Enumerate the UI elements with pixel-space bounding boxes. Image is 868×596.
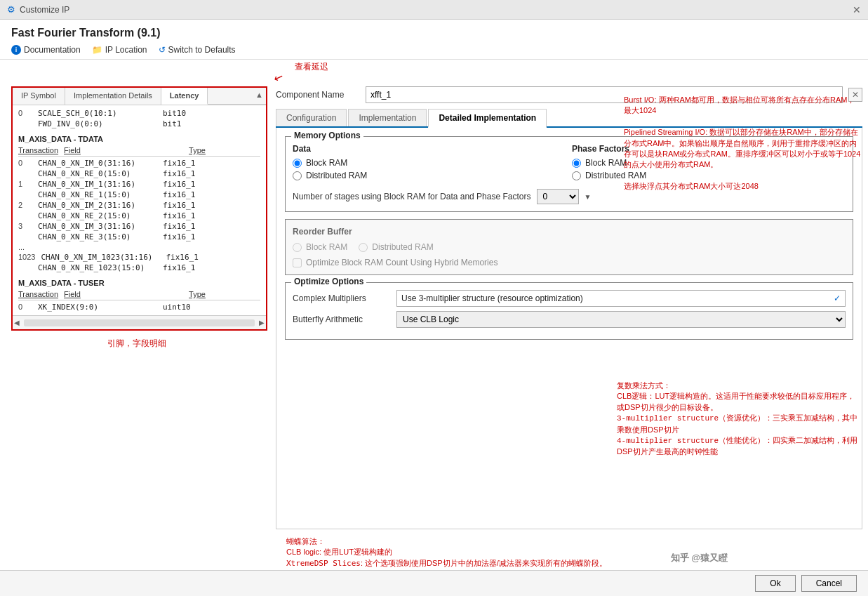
left-panel-tabs: IP Symbol Implementation Details Latency…: [13, 88, 266, 105]
phase-factors-header: Phase Factors: [572, 144, 846, 154]
stages-select[interactable]: 0123: [537, 189, 579, 204]
pin-details-annotation: 引脚，字段明细: [6, 338, 267, 350]
table-row: 0 SCALE_SCH_0(10:1) bit10: [18, 108, 260, 119]
table-row: CHAN_0_XN_RE_2(15:0)fix16_1: [18, 211, 260, 221]
scroll-left-arrow[interactable]: ◀: [13, 319, 21, 326]
tab-implementation-details[interactable]: Implementation Details: [65, 88, 161, 105]
reorder-optimize-checkbox: [293, 258, 302, 267]
section-header-tuser: M_AXIS_DATA - TUSER: [18, 279, 260, 287]
horizontal-scrollbar[interactable]: [24, 319, 255, 326]
right-tabs: Configuration Implementation Detailed Im…: [276, 109, 862, 128]
table-row: CHAN_0_XN_RE_0(15:0)fix16_1: [18, 168, 260, 179]
table-row: 0XK_INDEX(9:0)uint10: [18, 302, 260, 312]
table-row: CHAN_0_XN_RE_1(15:0)fix16_1: [18, 190, 260, 200]
complex-multipliers-display: Use 3-multiplier structure (resource opt…: [396, 290, 846, 307]
table-row: 3CHAN_0_XN_IM_3(31:16)fix16_1: [18, 221, 260, 232]
component-name-input[interactable]: [366, 86, 843, 103]
left-panel-content[interactable]: 0 SCALE_SCH_0(10:1) bit10 FWD_INV_0(0:0)…: [13, 105, 266, 315]
refresh-icon: ↺: [159, 45, 166, 55]
table-row: FWD_INV_0(0:0) bit1: [18, 119, 260, 129]
component-name-row: Component Name ✕: [276, 86, 862, 103]
optimize-options-title: Optimize Options: [291, 277, 366, 286]
title-bar-text: Customize IP: [20, 5, 69, 15]
right-panel: Component Name ✕ Configuration Implement…: [270, 81, 868, 535]
ok-button[interactable]: Ok: [755, 575, 795, 592]
col-headers-2: Transaction Field Type: [18, 290, 260, 300]
table-row: 1CHAN_0_XN_IM_1(31:16)fix16_1: [18, 179, 260, 190]
butterfly-arithmetic-label: Butterfly Arithmetic: [293, 314, 391, 324]
app-header: Fast Fourier Transform (9.1) i Documenta…: [0, 20, 868, 60]
reorder-distributed-ram-label: Distributed RAM: [372, 242, 433, 252]
phase-distributed-ram-row: Distributed RAM: [572, 171, 846, 180]
page-title: Fast Fourier Transform (9.1): [11, 27, 857, 39]
table-row: 0CHAN_0_XN_IM_0(31:16)fix16_1: [18, 158, 260, 168]
customize-ip-icon: ⚙: [7, 4, 15, 15]
reorder-optimize-row: Optimize Block RAM Count Using Hybrid Me…: [293, 258, 846, 267]
component-name-clear[interactable]: ✕: [848, 88, 862, 102]
complex-multipliers-label: Complex Multipliers: [293, 293, 391, 303]
table-row: ...: [18, 242, 260, 252]
butterfly-arithmetic-row: Butterfly Arithmetic Use CLB Logic Use X…: [293, 311, 846, 328]
data-distributed-ram-label: Distributed RAM: [306, 171, 367, 180]
table-row: 1023CHAN_0_XN_IM_1023(31:16)fix16_1: [18, 252, 260, 263]
data-block-ram-radio[interactable]: [293, 159, 302, 168]
table-row: CHAN_0_XN_RE_1023(15:0)fix16_1: [18, 263, 260, 273]
title-bar: ⚙ Customize IP ✕: [0, 0, 868, 20]
right-content: Memory Options Data Block RAM D: [276, 128, 862, 529]
scroll-right-arrow[interactable]: ▶: [258, 319, 266, 326]
stages-row: Number of stages using Block RAM for Dat…: [293, 189, 846, 204]
complex-multipliers-row: Complex Multipliers Use 3-multiplier str…: [293, 290, 846, 307]
ip-location-label: IP Location: [105, 45, 147, 55]
left-panel-scrollbar[interactable]: ◀ ▶: [13, 315, 266, 329]
stages-label: Number of stages using Block RAM for Dat…: [293, 192, 531, 201]
view-latency-annotation: 查看延迟: [295, 61, 328, 73]
phase-block-ram-radio[interactable]: [572, 159, 581, 168]
tab-ip-symbol[interactable]: IP Symbol: [13, 88, 65, 105]
memory-options-section: Memory Options Data Block RAM D: [285, 136, 853, 212]
table-row: 2CHAN_0_XN_IM_2(31:16)fix16_1: [18, 200, 260, 211]
ip-location-button[interactable]: 📁 IP Location: [92, 45, 147, 55]
data-distributed-ram-row: Distributed RAM: [293, 171, 566, 180]
data-distributed-ram-radio[interactable]: [293, 171, 302, 180]
butterfly-annotation: 蝴蝶算法： CLB logic: 使用LUT逻辑构建的 XtremeDSP Sl…: [281, 535, 868, 570]
memory-data-col: Data Block RAM Distributed RAM: [293, 144, 566, 183]
col-headers: Transaction Field Type: [18, 146, 260, 157]
left-panel: IP Symbol Implementation Details Latency…: [11, 86, 267, 331]
memory-options-grid: Data Block RAM Distributed RAM: [293, 144, 846, 183]
reorder-distributed-ram-row: Distributed RAM: [359, 242, 433, 252]
complex-multipliers-check: ✓: [834, 293, 841, 303]
reorder-block-ram-row: Block RAM: [293, 242, 347, 252]
tab-latency[interactable]: Latency: [161, 88, 208, 105]
switch-defaults-label: Switch to Defaults: [168, 45, 236, 55]
info-icon: i: [11, 45, 21, 55]
scroll-up-button[interactable]: ▲: [253, 88, 266, 105]
phase-block-ram-label: Block RAM: [585, 158, 627, 168]
reorder-buffer-title: Reorder Buffer: [293, 227, 846, 237]
tab-detailed-implementation[interactable]: Detailed Implementation: [428, 109, 547, 128]
memory-phase-col: Phase Factors Block RAM Distributed RAM: [572, 144, 846, 183]
reorder-block-ram-label: Block RAM: [306, 242, 347, 252]
switch-defaults-button[interactable]: ↺ Switch to Defaults: [159, 45, 236, 55]
complex-multipliers-value: Use 3-multiplier structure (resource opt…: [401, 293, 583, 303]
data-header: Data: [293, 144, 566, 154]
phase-distributed-ram-radio[interactable]: [572, 171, 581, 180]
table-row: CHAN_0_XN_RE_3(15:0)fix16_1: [18, 232, 260, 242]
data-block-ram-row: Block RAM: [293, 158, 566, 168]
section-header-tdata: M_AXIS_DATA - TDATA: [18, 135, 260, 143]
optimize-options-section: Optimize Options Complex Multipliers Use…: [285, 282, 853, 340]
reorder-optimize-label: Optimize Block RAM Count Using Hybrid Me…: [306, 258, 498, 267]
bottom-bar: 知乎 @猿又瞪 Ok Cancel: [0, 570, 868, 596]
tab-configuration[interactable]: Configuration: [276, 109, 347, 126]
section2-rows: 0XK_INDEX(9:0)uint10: [18, 302, 260, 312]
component-name-label: Component Name: [276, 90, 360, 100]
data-block-ram-label: Block RAM: [306, 158, 347, 168]
cancel-button[interactable]: Cancel: [801, 575, 857, 592]
butterfly-arithmetic-select[interactable]: Use CLB Logic Use XtremeDSP Slices: [396, 311, 846, 328]
close-icon[interactable]: ✕: [853, 4, 861, 15]
location-icon: 📁: [92, 45, 102, 55]
documentation-button[interactable]: i Documentation: [11, 45, 81, 55]
tab-implementation[interactable]: Implementation: [348, 109, 427, 126]
documentation-label: Documentation: [24, 45, 81, 55]
memory-options-title: Memory Options: [291, 131, 363, 140]
toolbar: i Documentation 📁 IP Location ↺ Switch t…: [11, 45, 857, 55]
